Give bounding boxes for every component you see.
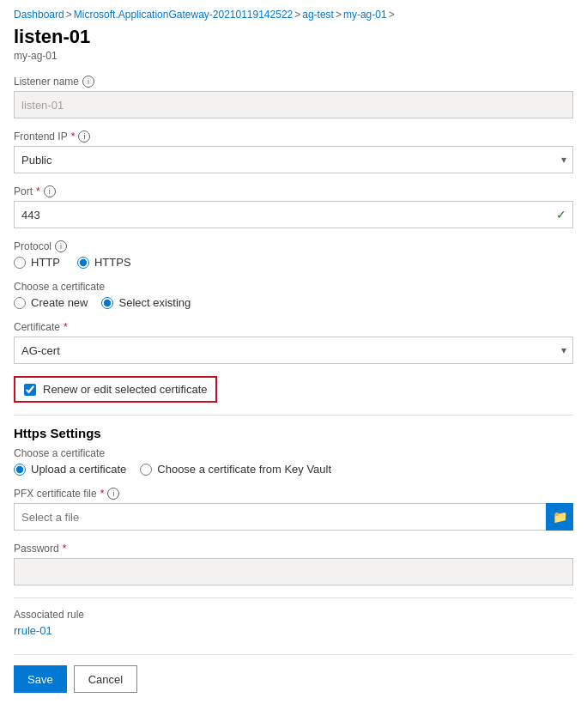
pfx-file-input-wrapper: 📁 <box>14 503 573 531</box>
cancel-button[interactable]: Cancel <box>74 665 137 693</box>
port-valid-icon: ✓ <box>556 208 566 221</box>
listener-name-label: Listener name i <box>14 76 573 88</box>
password-input[interactable] <box>14 558 573 585</box>
certificate-select[interactable]: AG-cert <box>14 337 573 364</box>
section-separator <box>14 415 573 416</box>
password-group: Password * <box>14 543 573 585</box>
https-upload-cert-radio[interactable]: Upload a certificate <box>14 463 126 476</box>
protocol-http-radio[interactable]: HTTP <box>14 256 60 269</box>
frontend-ip-select-wrapper: Public Private ▾ <box>14 146 573 173</box>
https-settings-heading: Https Settings <box>14 426 573 440</box>
pfx-label: PFX certificate file * i <box>14 488 573 500</box>
port-label: Port * i <box>14 185 573 197</box>
save-button[interactable]: Save <box>14 665 67 693</box>
protocol-radio-group: HTTP HTTPS <box>14 256 573 269</box>
certificate-label: Certificate * <box>14 321 573 333</box>
cert-create-new-radio[interactable]: Create new <box>14 296 88 309</box>
associated-rule-group: Associated rule rrule-01 <box>14 609 573 637</box>
certificate-group: Certificate * AG-cert ▾ <box>14 321 573 364</box>
pfx-group: PFX certificate file * i 📁 <box>14 488 573 531</box>
pfx-file-input[interactable] <box>14 503 546 531</box>
frontend-ip-select[interactable]: Public Private <box>14 146 573 173</box>
https-keyvault-radio[interactable]: Choose a certificate from Key Vault <box>140 463 331 476</box>
breadcrumb-dashboard[interactable]: Dashboard <box>14 9 64 21</box>
https-cert-choice-radio-group: Upload a certificate Choose a certificat… <box>14 463 573 476</box>
renew-edit-checkbox-row: Renew or edit selected certificate <box>14 376 217 403</box>
choose-cert-label: Choose a certificate <box>14 281 573 293</box>
pfx-browse-button[interactable]: 📁 <box>546 503 573 531</box>
port-info-icon[interactable]: i <box>44 185 56 197</box>
page-container: Dashboard > Microsoft.ApplicationGateway… <box>0 0 587 710</box>
password-label: Password * <box>14 543 573 555</box>
listener-name-info-icon[interactable]: i <box>82 76 94 88</box>
choose-cert-group: Choose a certificate Create new Select e… <box>14 281 573 309</box>
associated-rule-link[interactable]: rrule-01 <box>14 624 52 637</box>
bottom-separator <box>14 598 573 598</box>
https-choose-cert-label: Choose a certificate <box>14 447 573 459</box>
cert-select-existing-radio[interactable]: Select existing <box>101 296 191 309</box>
pfx-info-icon[interactable]: i <box>107 488 119 500</box>
breadcrumb-my-ag-01[interactable]: my-ag-01 <box>343 9 387 21</box>
frontend-ip-group: Frontend IP * i Public Private ▾ <box>14 130 573 173</box>
frontend-ip-label: Frontend IP * i <box>14 130 573 143</box>
renew-edit-group: Renew or edit selected certificate <box>14 376 573 403</box>
listener-name-input[interactable] <box>14 91 573 118</box>
page-title: listen-01 <box>14 26 573 48</box>
port-input[interactable] <box>14 201 573 228</box>
port-group: Port * i ✓ <box>14 185 573 228</box>
certificate-select-wrapper: AG-cert ▾ <box>14 337 573 364</box>
bottom-actions: Save Cancel <box>14 654 573 693</box>
breadcrumb: Dashboard > Microsoft.ApplicationGateway… <box>14 9 573 21</box>
listener-name-group: Listener name i <box>14 76 573 118</box>
protocol-https-radio[interactable]: HTTPS <box>77 256 131 269</box>
renew-edit-label: Renew or edit selected certificate <box>43 383 207 396</box>
protocol-info-icon[interactable]: i <box>55 240 67 252</box>
cert-choice-radio-group: Create new Select existing <box>14 296 573 309</box>
protocol-label: Protocol i <box>14 240 573 252</box>
port-input-wrapper: ✓ <box>14 201 573 228</box>
frontend-ip-info-icon[interactable]: i <box>78 130 90 143</box>
protocol-group: Protocol i HTTP HTTPS <box>14 240 573 269</box>
page-subtitle: my-ag-01 <box>14 50 573 62</box>
associated-rule-label: Associated rule <box>14 609 573 621</box>
breadcrumb-gateway[interactable]: Microsoft.ApplicationGateway-20210119142… <box>74 9 294 21</box>
renew-edit-checkbox[interactable] <box>24 384 36 396</box>
https-choose-cert-group: Choose a certificate Upload a certificat… <box>14 447 573 476</box>
folder-icon: 📁 <box>553 510 567 524</box>
breadcrumb-ag-test[interactable]: ag-test <box>302 9 334 21</box>
